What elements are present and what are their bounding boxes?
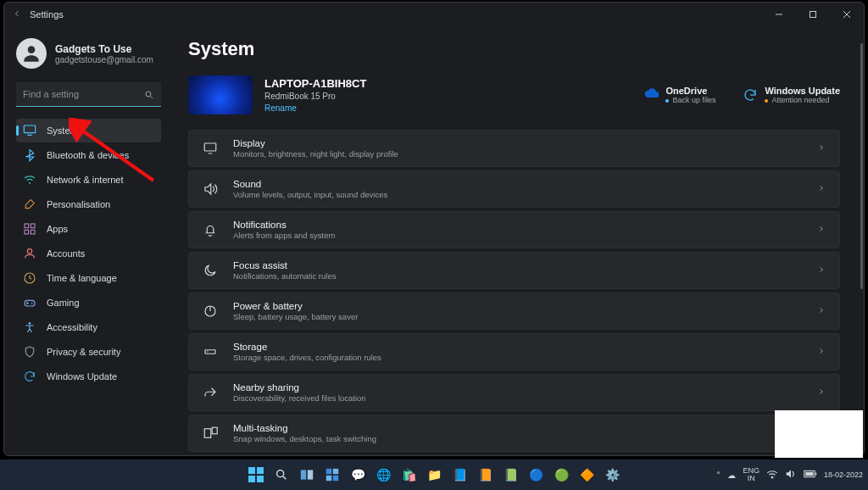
sidebar-item-time-language[interactable]: Time & language	[16, 266, 161, 290]
settings-row-nearby-sharing[interactable]: Nearby sharingDiscoverability, received …	[188, 374, 840, 411]
svg-rect-1	[810, 12, 816, 18]
row-title: Multi-tasking	[233, 423, 802, 433]
svg-point-42	[771, 476, 773, 478]
tray-wifi-icon[interactable]	[766, 469, 778, 481]
row-title: Sound	[233, 179, 802, 189]
task-view[interactable]	[296, 464, 318, 486]
onedrive-tile[interactable]: OneDrive Back up files	[643, 86, 715, 104]
whatsapp-icon[interactable]: 🟢	[550, 464, 572, 486]
shield-icon	[23, 345, 36, 359]
sidebar-item-accessibility[interactable]: Accessibility	[16, 315, 161, 339]
settings-row-sound[interactable]: SoundVolume levels, output, input, sound…	[188, 170, 840, 208]
start-button[interactable]	[245, 464, 267, 486]
share-icon	[203, 385, 218, 400]
svg-rect-7	[24, 125, 35, 133]
update-icon	[23, 370, 36, 383]
windows-update-tile[interactable]: Windows Update Attention needed	[743, 86, 840, 104]
wifi-icon	[23, 173, 36, 187]
sidebar-item-gaming[interactable]: Gaming	[16, 291, 161, 315]
search-input[interactable]	[16, 82, 161, 107]
taskbar-search[interactable]	[270, 464, 292, 486]
power-icon	[203, 303, 218, 319]
settings-row-power-battery[interactable]: Power & batterySleep, battery usage, bat…	[188, 292, 840, 330]
svg-point-26	[207, 351, 209, 353]
system-tray[interactable]: ˄ ☁ ENGIN 18-02-2022	[716, 459, 863, 490]
excel-icon[interactable]: 📗	[499, 464, 521, 486]
back-button[interactable]	[9, 8, 25, 20]
user-block[interactable]: Gadgets To Use gadgetstouse@gmail.com	[16, 38, 161, 69]
tray-chevron-icon[interactable]: ˄	[716, 471, 721, 480]
store-icon[interactable]: 🛍️	[398, 464, 420, 486]
sidebar-item-system[interactable]: System	[16, 119, 161, 142]
row-title: Focus assist	[233, 260, 802, 270]
moon-icon	[203, 263, 218, 278]
svg-rect-44	[805, 472, 813, 476]
tray-battery-icon[interactable]	[804, 470, 817, 480]
edge-icon[interactable]: 🌐	[372, 464, 394, 486]
window-title: Settings	[30, 9, 64, 19]
tray-onedrive-icon[interactable]: ☁	[727, 471, 736, 480]
titlebar: Settings	[4, 3, 864, 26]
chat-icon[interactable]: 💬	[347, 464, 369, 486]
svg-point-34	[277, 471, 284, 477]
taskbar: 💬 🌐 🛍️ 📁 📘 📙 📗 🔵 🟢 🔶 ⚙️ ˄ ☁ ENGIN 18-02-…	[0, 459, 868, 490]
row-desc: Storage space, drives, configuration rul…	[233, 353, 802, 362]
sidebar-item-label: Windows Update	[47, 371, 117, 381]
sidebar-item-apps[interactable]: Apps	[16, 217, 161, 241]
sidebar-item-windows-update[interactable]: Windows Update	[16, 365, 161, 388]
misc-icon[interactable]: 🔶	[576, 464, 598, 486]
language-indicator[interactable]: ENGIN	[743, 467, 760, 482]
page-title: System	[188, 38, 840, 60]
maximize-button[interactable]	[796, 3, 830, 26]
close-button[interactable]	[830, 3, 864, 26]
sidebar-item-label: Network & internet	[47, 175, 123, 185]
update-title: Windows Update	[765, 86, 840, 96]
brush-icon	[23, 198, 36, 211]
svg-rect-33	[257, 476, 264, 482]
word-icon[interactable]: 📘	[448, 464, 470, 486]
bell-icon	[203, 222, 218, 237]
tray-date[interactable]: 18-02-2022	[824, 471, 863, 479]
sidebar-item-network-internet[interactable]: Network & internet	[16, 168, 161, 192]
svg-rect-40	[326, 476, 331, 481]
powerpoint-icon[interactable]: 📙	[474, 464, 496, 486]
explorer-icon[interactable]: 📁	[423, 464, 445, 486]
sidebar-item-accounts[interactable]: Accounts	[16, 242, 161, 265]
svg-rect-16	[25, 300, 35, 306]
svg-rect-39	[333, 469, 338, 474]
avatar	[16, 38, 47, 69]
nav-list: SystemBluetooth & devicesNetwork & inter…	[16, 119, 161, 388]
settings-row-display[interactable]: DisplayMonitors, brightness, night light…	[188, 130, 840, 167]
settings-row-multi-tasking[interactable]: Multi-taskingSnap windows, desktops, tas…	[188, 415, 840, 452]
chevron-right-icon	[817, 222, 826, 237]
row-title: Notifications	[233, 220, 802, 230]
tray-volume-icon[interactable]	[785, 469, 797, 481]
search-icon	[144, 88, 154, 103]
svg-rect-37	[308, 470, 313, 479]
svg-rect-28	[212, 427, 217, 434]
settings-taskbar-icon[interactable]: ⚙️	[601, 464, 623, 486]
sidebar-item-label: Gaming	[47, 298, 80, 308]
settings-row-notifications[interactable]: NotificationsAlerts from apps and system	[188, 211, 840, 248]
chevron-right-icon	[817, 263, 826, 278]
svg-point-20	[29, 322, 31, 325]
settings-list: DisplayMonitors, brightness, night light…	[188, 130, 840, 452]
svg-rect-10	[25, 224, 29, 228]
row-desc: Volume levels, output, input, sound devi…	[233, 190, 802, 199]
watermark-block	[775, 410, 863, 458]
settings-row-focus-assist[interactable]: Focus assistNotifications, automatic rul…	[188, 252, 840, 289]
display-icon	[203, 141, 218, 156]
svg-point-4	[28, 46, 36, 53]
settings-row-storage[interactable]: StorageStorage space, drives, configurat…	[188, 333, 840, 370]
minimize-button[interactable]	[762, 3, 796, 26]
chrome-icon[interactable]: 🔵	[525, 464, 547, 486]
sidebar-item-bluetooth-devices[interactable]: Bluetooth & devices	[16, 143, 161, 167]
widgets[interactable]	[321, 464, 343, 486]
row-desc: Alerts from apps and system	[233, 231, 802, 240]
wallpaper-thumb	[188, 75, 253, 114]
sidebar-item-privacy-security[interactable]: Privacy & security	[16, 340, 161, 364]
rename-link[interactable]: Rename	[264, 103, 366, 113]
svg-rect-12	[25, 230, 29, 234]
scrollbar[interactable]	[860, 43, 863, 289]
sidebar-item-personalisation[interactable]: Personalisation	[16, 192, 161, 216]
